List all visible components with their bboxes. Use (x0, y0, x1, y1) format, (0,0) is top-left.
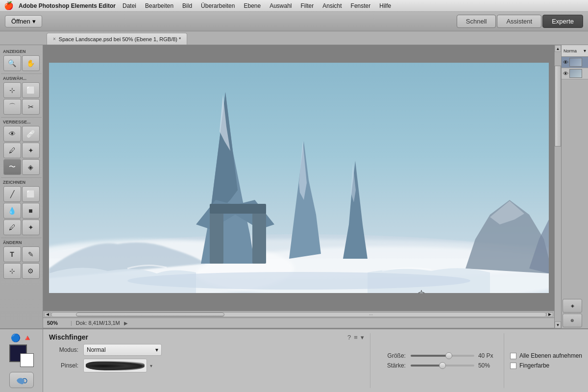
document-tab[interactable]: × Space Landscape.psd bei 50% (Ebene 1, … (47, 33, 187, 45)
svg-point-9 (127, 272, 470, 290)
lasso-tool[interactable]: ⌒ (3, 99, 21, 115)
tab-title: Space Landscape.psd bei 50% (Ebene 1, RG… (59, 36, 181, 42)
groesse-slider-thumb[interactable] (445, 352, 452, 359)
background-swatch[interactable] (20, 353, 34, 367)
svg-rect-8 (210, 204, 266, 214)
tab-close-icon[interactable]: × (53, 36, 56, 42)
section-anzeigen: ANZEIGEN (1, 47, 42, 55)
crop-tool[interactable]: ⊹ (3, 263, 21, 279)
mode-assistent-button[interactable]: Assistent (497, 15, 541, 28)
text-edit-tool[interactable]: ✎ (22, 246, 40, 262)
brush-dropdown-icon[interactable]: ▾ (150, 363, 152, 368)
modus-row: Modus: Normal ▾ (49, 344, 364, 356)
scroll-up-button[interactable]: ▲ (555, 45, 561, 52)
smudge-tool-icon[interactable] (9, 372, 34, 388)
layer-item-2[interactable]: 👁 (562, 68, 588, 79)
scrollbar-thumb-h[interactable] (76, 313, 224, 317)
groesse-slider-track[interactable] (411, 355, 474, 357)
red-eye-tool[interactable]: 👁 (3, 126, 21, 142)
groesse-value: 40 Px (478, 352, 498, 359)
scroll-left-button[interactable]: ◀ (44, 312, 51, 317)
groesse-slider-fill (411, 355, 449, 357)
layer-eye-icon-2[interactable]: 👁 (563, 71, 568, 76)
help-icon[interactable]: ? (347, 334, 351, 341)
staerke-slider-thumb[interactable] (439, 362, 446, 369)
menu-bild[interactable]: Bild (178, 1, 196, 10)
sharpen-tool[interactable]: ◈ (22, 159, 40, 175)
menu-datei[interactable]: Datei (119, 1, 140, 10)
blend-mode-dropdown[interactable]: Norma ▾ (562, 45, 588, 57)
tool-name-row: Wischfinger ? ≡ ▾ (49, 333, 364, 341)
custom-shape-tool[interactable]: ✦ (22, 220, 40, 235)
expand-icon[interactable]: ▾ (361, 334, 364, 341)
clone-tool[interactable]: 🖊 (3, 143, 21, 158)
scrollbar-thumb-v[interactable] (555, 66, 561, 147)
left-toolbar: ANZEIGEN 🔍 ✋ AUSWÄH... ⊹ ⬜ ⌒ ✂ VERBESSE.… (0, 45, 43, 328)
main-toolbar: Öffnen ▾ Schnell Assistent Experte (0, 12, 588, 31)
scrollbar-track-v[interactable] (555, 52, 561, 321)
tool-row-verbesse3: 〜 ◈ (1, 159, 42, 175)
brush-tool[interactable]: ╱ (3, 186, 21, 202)
canvas-image[interactable] (49, 63, 549, 293)
panel-buttons: ◈ ⊕ (562, 298, 588, 328)
transform-tool[interactable]: ⚙ (22, 263, 40, 279)
menu-auswahl[interactable]: Auswahl (266, 1, 295, 10)
eraser-tool[interactable]: ⬜ (22, 186, 40, 202)
fingerfarbe-checkbox[interactable] (510, 363, 516, 369)
menu-ansicht[interactable]: Ansicht (318, 1, 345, 10)
layer-item-1[interactable]: 👁 (562, 57, 588, 68)
status-arrow-icon[interactable]: ▶ (124, 320, 128, 326)
menu-ueberarbeiten[interactable]: Überarbeiten (197, 1, 239, 10)
swatch-container (9, 344, 34, 369)
mode-experte-button[interactable]: Experte (542, 15, 583, 28)
menu-bearbeiten[interactable]: Bearbeiten (141, 1, 177, 10)
layer-thumbnail-1 (569, 58, 582, 67)
panel-btn-1[interactable]: ◈ (563, 299, 582, 313)
foreground-color-icon[interactable]: 🔵 (11, 333, 21, 343)
scroll-right-button[interactable]: ▶ (546, 312, 553, 317)
staerke-slider-track[interactable] (411, 365, 474, 367)
brush-stroke-display (86, 361, 145, 370)
hand-tool[interactable]: ✋ (22, 55, 40, 71)
move-tool[interactable]: ⊹ (3, 82, 21, 98)
horizontal-scrollbar[interactable]: ◀ ⋯ ▶ (43, 311, 554, 318)
marquee-tool[interactable]: ⬜ (22, 82, 40, 98)
magic-wand-tool[interactable]: ✂ (22, 99, 40, 115)
tool-row-zeichnen2: 💧 ■ (1, 203, 42, 219)
background-color-icon[interactable]: 🔺 (23, 333, 32, 343)
doc-size: Dok: 8,41M/13,1M (76, 320, 120, 326)
menu-ebene[interactable]: Ebene (240, 1, 265, 10)
scrollbar-track-h[interactable]: ⋯ (51, 312, 546, 317)
apple-menu[interactable]: 🍎 (4, 1, 14, 10)
scroll-down-button[interactable]: ▼ (555, 321, 561, 328)
panel-btn-2[interactable]: ⊕ (563, 314, 582, 327)
alle-ebenen-checkbox-row: Alle Ebenen aufnehmen (510, 352, 582, 359)
vertical-scrollbar[interactable]: ▲ ▼ (554, 45, 561, 328)
brush-preview[interactable] (83, 359, 147, 372)
healing-tool[interactable]: 🩹 (22, 126, 40, 142)
blend-mode-arrow-icon: ▾ (584, 48, 586, 53)
layer-eye-icon-1[interactable]: 👁 (563, 59, 568, 65)
alle-ebenen-checkbox[interactable] (510, 353, 516, 359)
menu-hilfe[interactable]: Hilfe (375, 1, 395, 10)
status-bar: 50% | Dok: 8,41M/13,1M ▶ (43, 318, 554, 328)
bottom-options-panel: 🔵 🔺 Wischfinger ? ≡ ▾ (0, 328, 588, 392)
list-icon[interactable]: ≡ (354, 334, 358, 341)
modus-select[interactable]: Normal ▾ (83, 344, 162, 356)
modus-value: Normal (87, 346, 106, 353)
tool-row-aendern2: ⊹ ⚙ (1, 263, 42, 279)
smudge-tool[interactable]: 〜 (3, 159, 21, 175)
open-button[interactable]: Öffnen ▾ (5, 15, 42, 27)
stamp-tool[interactable]: ✦ (22, 143, 40, 158)
zoom-tool[interactable]: 🔍 (3, 55, 21, 71)
bucket-tool[interactable]: 💧 (3, 203, 21, 219)
gradient-tool[interactable]: ■ (22, 203, 40, 219)
canvas-container[interactable] (43, 45, 554, 311)
eyedropper-tool[interactable]: 🖊 (3, 220, 21, 235)
menu-fenster[interactable]: Fenster (347, 1, 375, 10)
mode-schnell-button[interactable]: Schnell (457, 15, 496, 28)
text-tool[interactable]: T (3, 246, 21, 262)
pinsel-label: Pinsel: (49, 362, 78, 369)
menu-filter[interactable]: Filter (297, 1, 318, 10)
foreground-swatch[interactable] (9, 344, 27, 362)
